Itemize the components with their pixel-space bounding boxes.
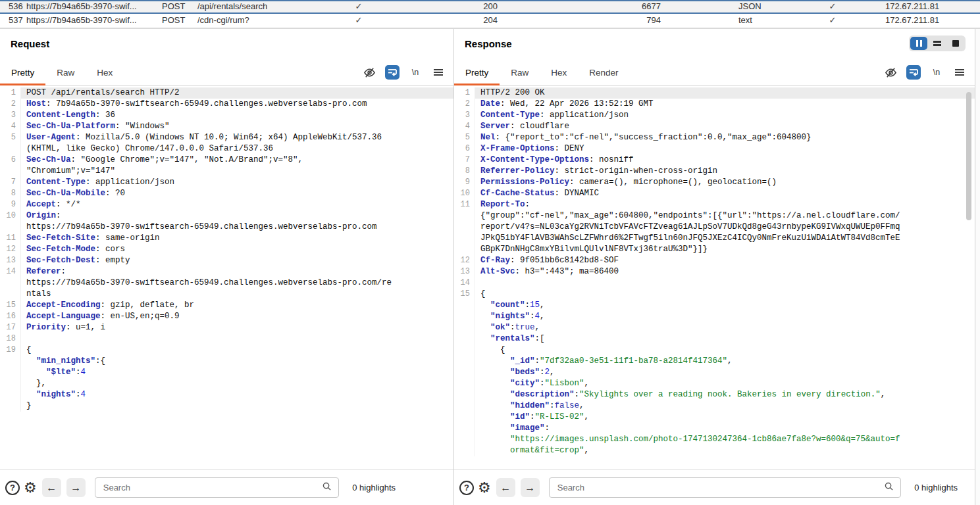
editor-line[interactable]: "hidden":false, bbox=[454, 400, 975, 412]
tab-render[interactable]: Render bbox=[578, 68, 629, 85]
tab-raw[interactable]: Raw bbox=[45, 68, 86, 85]
editor-line[interactable]: ntals bbox=[0, 289, 453, 300]
rows-layout-icon[interactable] bbox=[929, 37, 946, 50]
editor-line[interactable]: 10Cf-Cache-Status: DYNAMIC bbox=[454, 188, 975, 199]
arrow-right-icon[interactable]: → bbox=[66, 478, 86, 497]
editor-line[interactable]: 14 bbox=[454, 277, 975, 289]
editor-line[interactable]: 11Sec-Fetch-Site: same-origin bbox=[0, 233, 453, 244]
editor-line[interactable]: 12Cf-Ray: 9f051bb6c8142bd8-SOF bbox=[454, 255, 975, 266]
tab-pretty[interactable]: Pretty bbox=[454, 68, 500, 85]
menu-icon[interactable] bbox=[431, 65, 446, 80]
word-wrap-icon[interactable] bbox=[906, 65, 921, 80]
editor-line[interactable]: "id":"R-LIS-02", bbox=[454, 412, 975, 423]
line-content: "nights":4, bbox=[475, 311, 975, 322]
editor-line[interactable]: 8Sec-Ch-Ua-Mobile: ?0 bbox=[0, 188, 453, 199]
editor-line[interactable]: 15{ bbox=[454, 289, 975, 300]
editor-line[interactable]: 16Accept-Language: en-US,en;q=0.9 bbox=[0, 311, 453, 322]
editor-line[interactable]: "Chromium";v="147" bbox=[0, 166, 453, 177]
editor-line[interactable]: "beds":2, bbox=[454, 367, 975, 378]
word-wrap-icon[interactable] bbox=[385, 65, 400, 80]
hide-nonprintable-icon[interactable] bbox=[362, 65, 376, 80]
tab-pretty[interactable]: Pretty bbox=[0, 68, 45, 85]
tab-hex[interactable]: Hex bbox=[86, 68, 124, 85]
response-search-input[interactable] bbox=[550, 483, 884, 493]
tab-hex[interactable]: Hex bbox=[540, 68, 578, 85]
editor-line[interactable]: 8Referrer-Policy: strict-origin-when-cro… bbox=[454, 166, 975, 177]
editor-line[interactable]: 9Accept: */* bbox=[0, 199, 453, 210]
editor-line[interactable]: report/v4?s=NL03caYg2RVNiTcbVFAVcFTZveag… bbox=[454, 222, 975, 233]
editor-line[interactable]: 5User-Agent: Mozilla/5.0 (Windows NT 10.… bbox=[0, 132, 453, 143]
editor-line[interactable]: ormat&fit=crop", bbox=[454, 445, 975, 456]
editor-line[interactable]: 7Content-Type: application/json bbox=[0, 177, 453, 188]
editor-line[interactable]: 9Permissions-Policy: camera=(), micropho… bbox=[454, 177, 975, 188]
arrow-left-icon[interactable]: ← bbox=[496, 478, 515, 497]
editor-line[interactable]: 5Nel: {"report_to":"cf-nel","success_fra… bbox=[454, 132, 975, 143]
editor-line[interactable]: 3Content-Type: application/json bbox=[454, 110, 975, 121]
editor-line[interactable]: "$lte":4 bbox=[0, 367, 453, 378]
editor-line[interactable]: 11Report-To: bbox=[454, 199, 975, 210]
editor-line[interactable]: "image": bbox=[454, 423, 975, 434]
editor-line[interactable]: "min_nights":{ bbox=[0, 356, 453, 367]
history-row[interactable]: 537https://7b94a65b-3970-swif...POST/cdn… bbox=[0, 14, 980, 28]
settings-gear-icon[interactable]: ⚙ bbox=[478, 481, 491, 495]
editor-line[interactable]: "_id":"7df32aa0-3e51-11f1-ba78-a2814f417… bbox=[454, 356, 975, 367]
editor-line[interactable]: 6X-Frame-Options: DENY bbox=[454, 143, 975, 155]
editor-line[interactable]: }, bbox=[0, 378, 453, 389]
editor-line[interactable]: 2Date: Wed, 22 Apr 2026 13:52:19 GMT bbox=[454, 99, 975, 110]
editor-line[interactable]: https://7b94a65b-3970-swiftsearch-65949.… bbox=[0, 277, 453, 289]
editor-line[interactable]: "https://images.unsplash.com/photo-17471… bbox=[454, 434, 975, 445]
newline-icon[interactable]: \n bbox=[408, 65, 423, 80]
editor-line[interactable]: GBpK7DnNHgC8mxYBilvmLQUlvlNF8VTxj36traU%… bbox=[454, 244, 975, 255]
request-search-input[interactable] bbox=[95, 483, 322, 493]
editor-line[interactable]: 18 bbox=[0, 333, 453, 345]
editor-line[interactable]: 1HTTP/2 200 OK bbox=[454, 87, 975, 99]
editor-line[interactable]: "nights":4 bbox=[0, 389, 453, 400]
settings-gear-icon[interactable]: ⚙ bbox=[24, 481, 37, 495]
editor-line[interactable]: https://7b94a65b-3970-swiftsearch-65949.… bbox=[0, 222, 453, 233]
line-content: https://7b94a65b-3970-swiftsearch-65949.… bbox=[21, 277, 453, 289]
pause-layout-icon[interactable] bbox=[910, 37, 927, 50]
arrow-right-icon[interactable]: → bbox=[521, 478, 540, 497]
editor-line[interactable]: 2Host: 7b94a65b-3970-swiftsearch-65949.c… bbox=[0, 99, 453, 110]
editor-line[interactable]: } bbox=[0, 400, 453, 412]
editor-line[interactable]: 6Sec-Ch-Ua: "Google Chrome";v="147", "No… bbox=[0, 155, 453, 166]
history-row[interactable]: 536https://7b94a65b-3970-swif...POST/api… bbox=[0, 0, 980, 14]
editor-line[interactable]: 10Origin: bbox=[0, 210, 453, 222]
help-icon[interactable]: ? bbox=[459, 481, 474, 495]
editor-line[interactable]: 12Sec-Fetch-Mode: cors bbox=[0, 244, 453, 255]
editor-line[interactable]: 1POST /api/rentals/search HTTP/2 bbox=[0, 87, 453, 99]
editor-line[interactable]: "rentals":[ bbox=[454, 333, 975, 345]
editor-line[interactable]: "nights":4, bbox=[454, 311, 975, 322]
editor-line[interactable]: {"group":"cf-nel","max_age":604800,"endp… bbox=[454, 210, 975, 222]
editor-line[interactable]: 19{ bbox=[0, 345, 453, 356]
editor-line[interactable]: "description":"Skylights over a reading … bbox=[454, 389, 975, 400]
history-cell-tls_check: ✓ bbox=[810, 1, 856, 12]
editor-line[interactable]: 17Priority: u=1, i bbox=[0, 322, 453, 333]
single-layout-icon[interactable] bbox=[947, 37, 964, 50]
editor-line[interactable]: 15Accept-Encoding: gzip, deflate, br bbox=[0, 300, 453, 311]
editor-line[interactable]: 3Content-Length: 36 bbox=[0, 110, 453, 121]
hide-nonprintable-icon[interactable] bbox=[883, 65, 898, 80]
request-editor[interactable]: 1POST /api/rentals/search HTTP/22Host: 7… bbox=[0, 85, 453, 469]
response-editor[interactable]: 1HTTP/2 200 OK2Date: Wed, 22 Apr 2026 13… bbox=[454, 85, 975, 469]
editor-line[interactable]: "count":15, bbox=[454, 300, 975, 311]
menu-icon[interactable] bbox=[952, 65, 967, 80]
newline-icon[interactable]: \n bbox=[929, 65, 944, 80]
arrow-left-icon[interactable]: ← bbox=[42, 478, 61, 497]
editor-line[interactable]: { bbox=[454, 345, 975, 356]
editor-line[interactable]: "city":"Lisbon", bbox=[454, 378, 975, 389]
scrollbar[interactable] bbox=[966, 92, 971, 220]
editor-line[interactable]: 4Sec-Ch-Ua-Platform: "Windows" bbox=[0, 121, 453, 132]
editor-line[interactable]: (KHTML, like Gecko) Chrome/147.0.0.0 Saf… bbox=[0, 143, 453, 155]
editor-line[interactable]: 13Alt-Svc: h3=":443"; ma=86400 bbox=[454, 266, 975, 277]
editor-line[interactable]: 14Referer: bbox=[0, 266, 453, 277]
help-icon[interactable]: ? bbox=[5, 481, 20, 495]
line-number bbox=[0, 289, 21, 300]
editor-line[interactable]: "ok":true, bbox=[454, 322, 975, 333]
editor-line[interactable]: JPkQ5ibY4FlAVB3WAhScLZFWhrd6%2FTwgf5iln6… bbox=[454, 233, 975, 244]
tab-raw[interactable]: Raw bbox=[500, 68, 540, 85]
editor-line[interactable]: 4Server: cloudflare bbox=[454, 121, 975, 132]
editor-line[interactable]: 13Sec-Fetch-Dest: empty bbox=[0, 255, 453, 266]
editor-line[interactable]: 7X-Content-Type-Options: nosniff bbox=[454, 155, 975, 166]
collapsed-inspector-strip[interactable] bbox=[975, 29, 980, 505]
